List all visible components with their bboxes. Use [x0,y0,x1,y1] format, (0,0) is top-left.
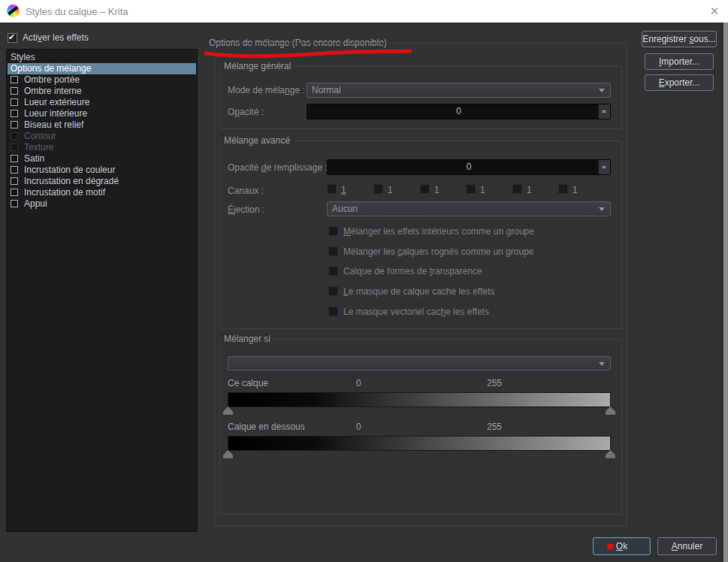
style-checkbox[interactable] [11,98,18,106]
style-checkbox[interactable] [11,189,18,196]
brush-icon [8,6,18,15]
underlying-layer-max: 255 [487,422,502,432]
vector-mask-hides-checkbox [328,307,338,316]
this-layer-max: 255 [487,378,502,388]
window-title: Styles du calque – Krita [26,6,128,17]
opacity-spinbox[interactable]: 0 [307,104,611,119]
cancel-button[interactable]: Annuler [657,537,717,555]
style-checkbox[interactable] [11,155,18,162]
style-checkbox[interactable] [11,200,18,207]
blend-if-channel-dropdown[interactable] [228,356,611,370]
opacity-value: 0 [307,104,610,119]
list-header: Styles [8,52,196,63]
import-button[interactable]: Importer... [645,53,714,70]
scrollbar-thumb[interactable] [723,23,728,562]
this-layer-min: 0 [356,378,361,388]
channel-value: 1 [434,185,440,195]
transparency-shapes-checkbox [328,266,338,276]
channel-value: 1 [572,185,578,195]
list-item-inner-glow[interactable]: Lueur intérieure [8,108,196,119]
list-item-texture: Texture [8,142,196,153]
blend-interior-label: Mélanger les effets intérieurs comme un … [343,226,534,237]
style-checkbox[interactable] [11,110,18,117]
channel-checkbox [512,184,522,194]
blend-mode-label: Mode de mélange : [228,85,305,95]
style-checkbox[interactable] [11,177,18,185]
fill-opacity-value: 0 [328,160,610,174]
list-item-color-overlay[interactable]: Incrustation de couleur [8,165,196,176]
layer-mask-hides-label: Le masque de calque cache les effets [343,286,494,297]
list-item-bevel-emboss[interactable]: Biseau et relief [8,119,196,131]
krita-logo-icon [7,5,20,17]
channel-checkbox [373,184,383,194]
channel-value: 1 [388,185,393,195]
vector-mask-hides-label: Le masque vectoriel cache les effets [343,307,489,317]
opacity-label: Opacité : [228,107,264,117]
channel-checkbox [420,184,430,194]
list-item-blending-options[interactable]: Options de mélange [8,63,196,74]
layer-mask-hides-checkbox [328,286,338,296]
underlying-layer-min: 0 [356,422,361,432]
red-dot-annotation [607,543,614,550]
style-checkbox [11,144,18,151]
spinner-arrows-icon[interactable] [598,160,610,174]
blend-mode-dropdown[interactable]: Normal [307,83,611,98]
enable-effects-checkbox[interactable]: ✔ [8,33,17,43]
save-as-button[interactable]: Enregistrer sous... [642,31,717,47]
list-item-contour: Contour [8,131,196,142]
style-checkbox[interactable] [11,87,18,95]
list-item-satin[interactable]: Satin [8,153,196,165]
knockout-dropdown[interactable]: Aucun [327,201,611,216]
list-item-inner-shadow[interactable]: Ombre interne [8,86,196,97]
channel-value: 1 [527,185,532,195]
close-icon[interactable]: ✕ [707,4,722,19]
titlebar: Styles du calque – Krita ✕ [0,0,728,23]
underlying-layer-label: Calque en dessous [228,422,305,432]
transparency-shapes-label: Calque de formes de transparence [343,266,482,276]
list-item-drop-shadow[interactable]: Ombre portée [8,74,196,86]
channel-checkbox [327,184,337,194]
style-checkbox[interactable] [11,166,18,174]
list-item-gradient-overlay[interactable]: Incrustation en dégradé [8,176,196,187]
underlying-layer-gradient-slider[interactable] [228,436,611,451]
blend-clipped-checkbox [328,246,338,256]
layer-styles-dialog: Styles du calque – Krita ✕ ✔ Activer les… [0,0,728,562]
ok-button[interactable]: Ok [593,537,651,555]
channel-value: 1 [341,185,346,195]
fill-opacity-label: Opacité de remplissage : [228,162,328,173]
spinner-arrows-icon[interactable] [598,104,610,119]
this-layer-label: Ce calque [228,378,268,388]
check-icon: ✔ [8,32,15,42]
advanced-blending-title: Mélange avancé [221,136,293,146]
blend-clipped-label: Mélanger les calques rognés comme un gro… [343,246,534,257]
general-blending-title: Mélange général [221,62,294,71]
style-checkbox[interactable] [11,76,18,83]
general-blending-group [219,66,622,129]
channel-checkbox [558,184,568,194]
style-checkbox[interactable] [11,121,18,128]
fill-opacity-spinbox[interactable]: 0 [327,159,611,175]
this-layer-gradient-slider[interactable] [228,392,611,407]
style-checkbox [11,132,18,140]
blend-interior-checkbox [328,226,338,236]
list-item-pattern-overlay[interactable]: Incrustation de motif [8,187,196,198]
window-scrollbar[interactable] [722,23,728,562]
channel-checkbox [466,184,476,194]
export-button[interactable]: Exporter... [645,74,714,91]
blend-if-title: Mélanger si [221,334,273,344]
channels-label: Canaux : [228,186,264,196]
enable-effects-label: Activer les effets [23,32,89,43]
knockout-label: Éjection : [228,204,264,215]
styles-list: Styles Options de mélange Ombre portée O… [6,49,198,532]
list-item-outer-glow[interactable]: Lueur extérieure [8,97,196,108]
channel-value: 1 [480,185,485,195]
list-item-stroke[interactable]: Appui [8,198,196,210]
